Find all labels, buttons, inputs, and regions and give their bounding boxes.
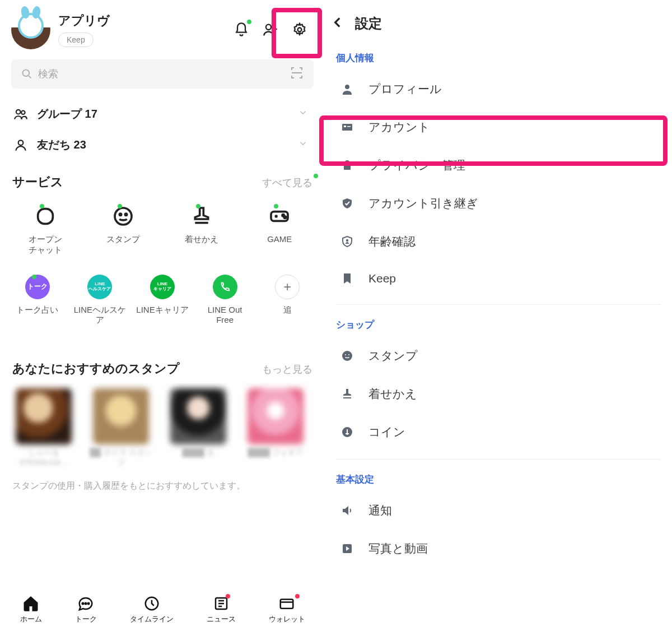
- svg-rect-19: [342, 124, 352, 131]
- settings-media[interactable]: 写真と動画: [325, 530, 672, 568]
- settings-coin[interactable]: コイン: [325, 413, 672, 451]
- service-game[interactable]: GAME: [244, 199, 316, 259]
- person-icon: [336, 82, 358, 96]
- svg-point-5: [18, 140, 24, 145]
- stamp-item[interactable]: ██ ボイス スタンプ: [87, 388, 155, 467]
- svg-point-25: [345, 354, 346, 355]
- nav-talk[interactable]: トーク: [75, 595, 97, 624]
- qr-scan-icon[interactable]: [290, 66, 304, 82]
- service-healthcare[interactable]: LINE ヘルスケア LINEヘルスケア: [72, 270, 129, 330]
- bookmark-icon: [336, 272, 358, 285]
- lock-icon: [336, 159, 358, 172]
- shield-check-icon: [336, 197, 358, 210]
- service-fortune[interactable]: トーク トーク占い: [9, 270, 66, 330]
- svg-point-14: [85, 603, 87, 605]
- svg-rect-6: [38, 209, 53, 224]
- services-grid-1: オープン チャット スタンプ 着せかえ GAME: [0, 196, 325, 259]
- divider: [336, 459, 661, 460]
- group-shop: ショップ: [325, 313, 672, 337]
- settings-stamp[interactable]: スタンプ: [325, 337, 672, 375]
- id-card-icon: [336, 120, 358, 134]
- stamp-hint: スタンプの使用・購入履歴をもとにおすすめしています。: [0, 472, 325, 498]
- settings-theme[interactable]: 着せかえ: [325, 375, 672, 413]
- stamp-row[interactable]: しゃべる STEINS;GA… ██ ボイス スタンプ ████ る ████ …: [0, 383, 325, 472]
- search-placeholder: 検索: [38, 67, 290, 81]
- group-icon: [13, 107, 29, 122]
- coin-icon: [336, 425, 358, 439]
- svg-rect-20: [344, 126, 346, 127]
- avatar[interactable]: [11, 10, 50, 49]
- settings-age[interactable]: 年齢確認: [325, 222, 672, 261]
- settings-notif[interactable]: 通知: [325, 491, 672, 530]
- stamps-more-link[interactable]: もっと見る: [262, 363, 312, 376]
- groups-count: 17: [85, 108, 97, 120]
- brush-icon: [336, 387, 358, 401]
- svg-rect-27: [343, 397, 351, 398]
- groups-row[interactable]: グループ 17: [0, 99, 325, 129]
- svg-point-12: [284, 216, 286, 218]
- services-all-link[interactable]: すべて見る: [262, 176, 312, 189]
- chevron-down-icon: [298, 108, 308, 120]
- services-header: サービス すべて見る: [0, 160, 325, 196]
- add-friend-icon[interactable]: [262, 21, 279, 38]
- nav-home[interactable]: ホーム: [20, 595, 42, 624]
- service-career[interactable]: LINE キャリア LINEキャリア: [134, 270, 191, 330]
- search-icon: [21, 68, 32, 80]
- settings-title: 設定: [355, 15, 382, 33]
- svg-rect-21: [347, 126, 351, 127]
- stamps-header: あなたにおすすめのスタンプ もっと見る: [0, 329, 325, 383]
- nav-news[interactable]: ニュース: [207, 595, 236, 624]
- search-input[interactable]: 検索: [11, 59, 314, 89]
- shield-person-icon: [336, 235, 358, 248]
- svg-point-13: [82, 603, 84, 605]
- friend-icon: [13, 138, 29, 152]
- service-lineout[interactable]: LINE Out Free: [197, 270, 254, 330]
- settings-privacy[interactable]: プライバシー管理: [325, 146, 672, 184]
- svg-point-3: [16, 109, 21, 114]
- home-screen: アプリヴ Keep 検索 グループ 17 友だ: [0, 0, 325, 631]
- svg-point-4: [21, 110, 25, 114]
- svg-point-24: [342, 351, 352, 361]
- settings-keep[interactable]: Keep: [325, 261, 672, 296]
- nav-timeline[interactable]: タイムライン: [130, 595, 174, 624]
- bottom-nav: ホーム トーク タイムライン ニュース ウォレット: [0, 589, 325, 631]
- service-stamp[interactable]: スタンプ: [87, 199, 160, 259]
- service-openchat[interactable]: オープン チャット: [9, 199, 82, 259]
- divider: [336, 304, 661, 305]
- svg-rect-22: [344, 165, 351, 170]
- svg-point-0: [266, 25, 271, 30]
- friends-count: 23: [74, 138, 86, 151]
- svg-point-9: [125, 214, 127, 215]
- svg-point-1: [298, 28, 302, 32]
- display-name: アプリヴ: [58, 12, 110, 29]
- gear-icon[interactable]: [291, 21, 308, 38]
- stamp-item[interactable]: ████ る: [165, 388, 232, 467]
- settings-account[interactable]: アカウント: [325, 108, 672, 146]
- groups-label: グループ: [37, 106, 82, 122]
- stamp-item[interactable]: しゃべる STEINS;GA…: [10, 388, 77, 467]
- friends-label: 友だち: [37, 137, 71, 152]
- services-title: サービス: [12, 174, 63, 191]
- keep-chip[interactable]: Keep: [58, 33, 94, 47]
- profile-row: アプリヴ Keep: [0, 0, 325, 55]
- settings-screen: 設定 個人情報 プロフィール アカウント プライバシー管理 アカウント引き継ぎ …: [325, 0, 672, 631]
- service-add[interactable]: + 追: [259, 270, 316, 330]
- back-icon[interactable]: [330, 15, 345, 32]
- service-theme[interactable]: 着せかえ: [165, 199, 238, 259]
- bell-icon[interactable]: [233, 21, 250, 38]
- group-personal: 個人情報: [325, 46, 672, 70]
- friends-row[interactable]: 友だち 23: [0, 129, 325, 160]
- svg-point-15: [88, 603, 90, 605]
- svg-point-8: [120, 214, 122, 215]
- settings-profile[interactable]: プロフィール: [325, 70, 672, 108]
- services-grid-2: トーク トーク占い LINE ヘルスケア LINEヘルスケア LINE キャリア…: [0, 259, 325, 330]
- settings-header: 設定: [325, 6, 672, 46]
- play-icon: [336, 542, 358, 555]
- stamp-item[interactable]: ████ フォギア: [242, 388, 309, 467]
- group-basic: 基本設定: [325, 467, 672, 491]
- svg-rect-18: [281, 600, 293, 609]
- speaker-icon: [336, 504, 358, 517]
- settings-transfer[interactable]: アカウント引き継ぎ: [325, 184, 672, 222]
- nav-wallet[interactable]: ウォレット: [269, 595, 305, 624]
- svg-point-7: [115, 208, 132, 225]
